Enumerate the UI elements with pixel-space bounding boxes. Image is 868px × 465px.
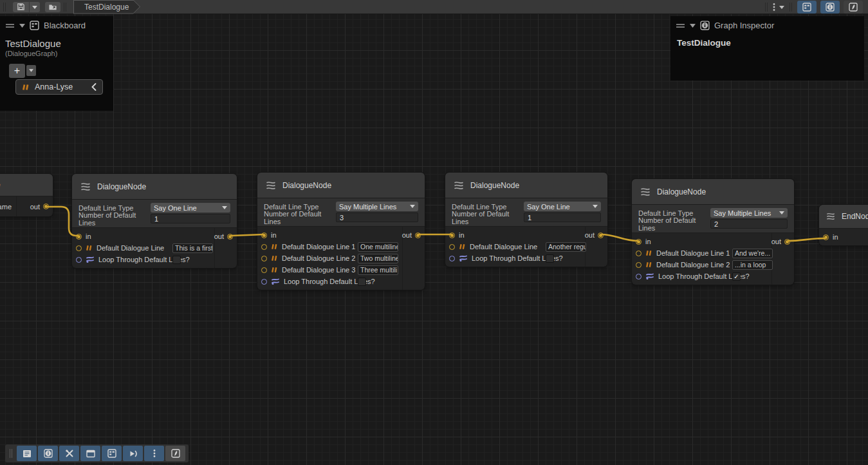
window-toggle[interactable] — [80, 446, 100, 461]
line-count-field[interactable]: 3 — [336, 213, 418, 222]
line-count-field[interactable]: 1 — [151, 214, 230, 223]
variable-pill[interactable]: Anna-Lyse — [15, 79, 103, 95]
blackboard-graph-name: TestDialogue — [0, 33, 113, 50]
blackboard-toggle[interactable] — [797, 1, 817, 14]
playmode-toggle[interactable] — [123, 446, 143, 461]
node-properties: Default Line Type Say One Line Number of… — [445, 198, 607, 227]
loop-icon — [459, 254, 468, 262]
dialogue-line-field[interactable]: Two multiline — [358, 254, 398, 263]
drag-handle-icon[interactable] — [5, 23, 15, 29]
spark-panel-toggle[interactable] — [844, 1, 863, 14]
loop-checkbox[interactable] — [172, 256, 181, 264]
node-header[interactable]: Node — [0, 174, 53, 196]
toolbar-drag-handle[interactable] — [10, 449, 12, 458]
graph-tab[interactable]: TestDialogue — [73, 0, 140, 14]
out-port[interactable] — [43, 204, 49, 209]
line-count-field[interactable]: 2 — [710, 219, 788, 229]
loop-checkbox[interactable] — [546, 254, 554, 263]
dialogue-line-port[interactable] — [449, 244, 455, 250]
dialogue-node-1[interactable]: DialogueNode Default Line Type Say One L… — [72, 174, 237, 268]
tools-toggle[interactable] — [59, 446, 79, 461]
dialogue-line-label: Default Dialogue Line 3 — [282, 266, 355, 274]
dialogue-line-field[interactable]: Another regu — [546, 242, 586, 252]
collapse-triangle-icon[interactable] — [690, 24, 696, 28]
variable-name: Anna-Lyse — [35, 82, 86, 91]
in-port[interactable] — [449, 232, 455, 238]
dialogue-line-port[interactable] — [261, 244, 267, 250]
in-port[interactable] — [823, 234, 829, 240]
graph-inspector-toggle[interactable] — [820, 1, 840, 14]
console-toggle[interactable] — [17, 446, 37, 461]
open-asset-button[interactable] — [45, 2, 60, 12]
line-count-label: Number of Default Lines — [638, 216, 710, 232]
dialogue-node-2[interactable]: DialogueNode Default Line Type Say Multi… — [257, 173, 425, 290]
dialogue-line-field[interactable]: Three multili — [358, 265, 398, 275]
console-icon — [23, 450, 32, 458]
dialogue-line-port[interactable] — [636, 262, 642, 268]
add-variable-button[interactable]: + — [9, 64, 25, 78]
blackboard-toggle-bottom[interactable] — [102, 446, 122, 461]
overflow-menu-button[interactable] — [771, 3, 777, 12]
line-type-dropdown[interactable]: Say One Line — [151, 203, 230, 213]
line-type-value: Say One Line — [154, 204, 197, 212]
graph-canvas[interactable]: Node kerName out DialogueNode — [0, 14, 868, 465]
node-header[interactable]: EndNode — [819, 205, 868, 229]
dialogue-line-label: Default Dialogue Line — [97, 244, 164, 252]
out-port-label: out — [585, 231, 595, 239]
loop-checkbox[interactable] — [358, 278, 366, 286]
out-port-label: out — [402, 231, 412, 239]
collapse-triangle-icon[interactable] — [19, 24, 25, 28]
dialogue-line-port[interactable] — [76, 245, 82, 251]
in-port[interactable] — [76, 234, 82, 240]
loop-port[interactable] — [636, 274, 642, 280]
line-type-dropdown[interactable]: Say One Line — [524, 202, 601, 211]
dialogue-line-field[interactable]: This is a first — [172, 243, 213, 253]
out-port[interactable] — [598, 232, 604, 238]
out-port[interactable] — [415, 232, 421, 238]
line-type-dropdown[interactable]: Say Multiple Lines — [710, 208, 788, 218]
node-header[interactable]: DialogueNode — [257, 173, 425, 198]
dialogue-node-3[interactable]: DialogueNode Default Line Type Say One L… — [445, 173, 607, 267]
more-options-toggle[interactable] — [144, 446, 164, 461]
loop-port[interactable] — [76, 257, 82, 263]
node-header[interactable]: DialogueNode — [632, 179, 794, 205]
node-header[interactable]: DialogueNode — [445, 173, 607, 198]
out-port[interactable] — [784, 239, 790, 245]
quote-icon — [86, 245, 93, 251]
dialogue-line-port[interactable] — [261, 256, 267, 261]
in-port-label: in — [645, 238, 651, 245]
drag-handle-icon[interactable] — [676, 23, 685, 29]
inspector-toggle[interactable] — [38, 446, 58, 461]
dialogue-graph-editor: TestDialogue — [0, 0, 868, 465]
loop-port[interactable] — [449, 256, 455, 261]
window-icon — [86, 450, 95, 458]
chevron-down-icon — [779, 211, 784, 214]
speaker-node-partial[interactable]: Node kerName out — [0, 174, 53, 216]
add-variable-options-button[interactable] — [26, 65, 36, 76]
spark-toggle-bottom[interactable] — [165, 446, 185, 461]
loop-port[interactable] — [261, 279, 267, 285]
dialogue-line-port[interactable] — [261, 267, 267, 273]
node-header[interactable]: DialogueNode — [72, 174, 237, 200]
dialogue-line-port[interactable] — [636, 251, 642, 256]
line-count-field[interactable]: 1 — [524, 213, 601, 222]
in-port[interactable] — [636, 239, 642, 245]
overflow-menu-caret[interactable] — [777, 5, 786, 9]
out-port[interactable] — [227, 234, 233, 240]
save-button[interactable] — [13, 2, 30, 12]
loop-checkbox[interactable]: ✓ — [732, 272, 741, 281]
dialogue-line-field[interactable]: One multiline — [358, 242, 398, 252]
chevron-down-icon — [593, 205, 598, 208]
in-port[interactable] — [261, 232, 267, 238]
blackboard-icon — [30, 21, 39, 30]
dialogue-node-4[interactable]: DialogueNode Default Line Type Say Multi… — [632, 179, 794, 285]
dialogue-line-field[interactable]: ...in a loop — [732, 260, 773, 270]
dialogue-line-field[interactable]: And we're... — [732, 249, 773, 258]
chevron-left-icon[interactable] — [91, 83, 97, 91]
end-node[interactable]: EndNode in — [819, 205, 868, 245]
node-properties: Default Line Type Say Multiple Lines Num… — [257, 198, 425, 227]
line-type-dropdown[interactable]: Say Multiple Lines — [336, 202, 418, 211]
node-title: EndNode — [842, 212, 868, 221]
chevron-down-icon — [410, 205, 415, 208]
save-options-button[interactable] — [30, 2, 40, 12]
